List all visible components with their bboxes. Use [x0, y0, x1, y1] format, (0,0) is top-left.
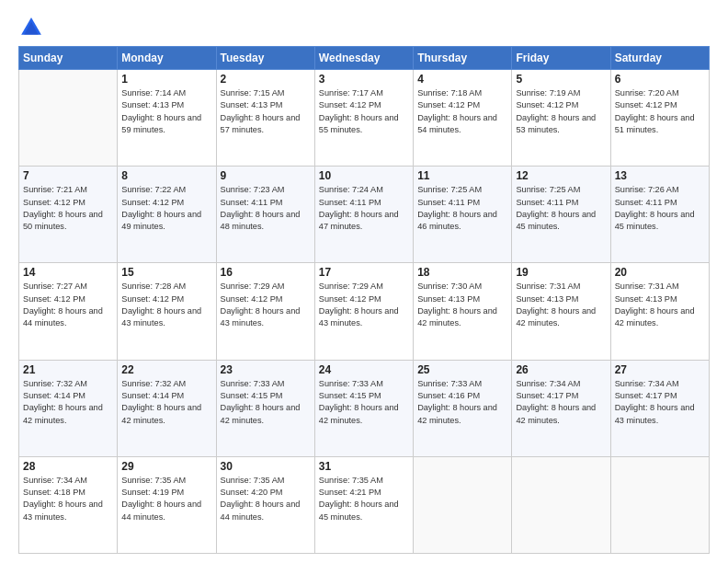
day-cell: 7Sunrise: 7:21 AMSunset: 4:12 PMDaylight…: [19, 167, 118, 263]
day-number: 3: [319, 73, 409, 86]
day-info: Sunrise: 7:23 AMSunset: 4:11 PMDaylight:…: [221, 184, 311, 233]
day-number: 30: [221, 460, 311, 473]
day-cell: [512, 456, 610, 553]
day-number: 9: [221, 169, 311, 182]
day-cell: 4Sunrise: 7:18 AMSunset: 4:12 PMDaylight…: [414, 70, 512, 167]
day-info: Sunrise: 7:35 AMSunset: 4:19 PMDaylight:…: [121, 475, 211, 523]
day-number: 29: [121, 460, 211, 473]
day-number: 24: [319, 363, 409, 376]
day-info: Sunrise: 7:18 AMSunset: 4:12 PMDaylight:…: [417, 87, 507, 136]
day-cell: 27Sunrise: 7:34 AMSunset: 4:17 PMDayligh…: [610, 360, 709, 456]
day-number: 4: [417, 73, 507, 86]
day-info: Sunrise: 7:34 AMSunset: 4:17 PMDaylight:…: [615, 378, 705, 427]
day-number: 5: [516, 73, 606, 86]
day-info: Sunrise: 7:29 AMSunset: 4:12 PMDaylight:…: [221, 281, 311, 329]
day-cell: 30Sunrise: 7:35 AMSunset: 4:20 PMDayligh…: [216, 456, 314, 553]
week-row-3: 14Sunrise: 7:27 AMSunset: 4:12 PMDayligh…: [19, 263, 710, 360]
day-cell: [610, 456, 709, 553]
day-info: Sunrise: 7:25 AMSunset: 4:11 PMDaylight:…: [516, 184, 606, 233]
day-info: Sunrise: 7:19 AMSunset: 4:12 PMDaylight:…: [516, 87, 606, 136]
day-info: Sunrise: 7:14 AMSunset: 4:13 PMDaylight:…: [121, 87, 211, 136]
logo-icon: [18, 15, 44, 40]
week-row-4: 21Sunrise: 7:32 AMSunset: 4:14 PMDayligh…: [19, 360, 710, 456]
day-cell: 14Sunrise: 7:27 AMSunset: 4:12 PMDayligh…: [19, 263, 118, 360]
day-cell: 29Sunrise: 7:35 AMSunset: 4:19 PMDayligh…: [118, 456, 216, 553]
day-cell: 12Sunrise: 7:25 AMSunset: 4:11 PMDayligh…: [512, 167, 610, 263]
day-number: 8: [121, 169, 211, 182]
day-info: Sunrise: 7:32 AMSunset: 4:14 PMDaylight:…: [23, 378, 113, 427]
day-info: Sunrise: 7:33 AMSunset: 4:15 PMDaylight:…: [319, 378, 409, 427]
day-info: Sunrise: 7:33 AMSunset: 4:15 PMDaylight:…: [221, 378, 311, 427]
day-info: Sunrise: 7:24 AMSunset: 4:11 PMDaylight:…: [319, 184, 409, 233]
column-header-sunday: Sunday: [19, 47, 118, 70]
day-number: 18: [417, 266, 507, 279]
day-cell: 8Sunrise: 7:22 AMSunset: 4:12 PMDaylight…: [118, 167, 216, 263]
day-cell: 10Sunrise: 7:24 AMSunset: 4:11 PMDayligh…: [314, 167, 413, 263]
day-number: 21: [23, 363, 113, 376]
day-number: 15: [121, 266, 211, 279]
day-number: 13: [615, 169, 705, 182]
day-cell: [414, 456, 512, 553]
week-row-2: 7Sunrise: 7:21 AMSunset: 4:12 PMDaylight…: [19, 167, 710, 263]
page: SundayMondayTuesdayWednesdayThursdayFrid…: [0, 0, 728, 563]
column-header-saturday: Saturday: [610, 47, 709, 70]
day-number: 27: [615, 363, 705, 376]
day-number: 19: [516, 266, 606, 279]
day-info: Sunrise: 7:35 AMSunset: 4:20 PMDaylight:…: [221, 475, 311, 523]
day-number: 26: [516, 363, 606, 376]
day-cell: 3Sunrise: 7:17 AMSunset: 4:12 PMDaylight…: [314, 70, 413, 167]
day-info: Sunrise: 7:33 AMSunset: 4:16 PMDaylight:…: [417, 378, 507, 427]
day-cell: 31Sunrise: 7:35 AMSunset: 4:21 PMDayligh…: [314, 456, 413, 553]
day-number: 10: [319, 169, 409, 182]
day-number: 28: [23, 460, 113, 473]
day-cell: 5Sunrise: 7:19 AMSunset: 4:12 PMDaylight…: [512, 70, 610, 167]
day-cell: 1Sunrise: 7:14 AMSunset: 4:13 PMDaylight…: [118, 70, 216, 167]
day-info: Sunrise: 7:27 AMSunset: 4:12 PMDaylight:…: [23, 281, 113, 329]
day-cell: 6Sunrise: 7:20 AMSunset: 4:12 PMDaylight…: [610, 70, 709, 167]
column-header-tuesday: Tuesday: [216, 47, 314, 70]
column-header-wednesday: Wednesday: [314, 47, 413, 70]
day-number: 7: [23, 169, 113, 182]
day-info: Sunrise: 7:25 AMSunset: 4:11 PMDaylight:…: [417, 184, 507, 233]
day-cell: 13Sunrise: 7:26 AMSunset: 4:11 PMDayligh…: [610, 167, 709, 263]
header-row: SundayMondayTuesdayWednesdayThursdayFrid…: [19, 47, 710, 70]
day-info: Sunrise: 7:32 AMSunset: 4:14 PMDaylight:…: [121, 378, 211, 427]
day-cell: 18Sunrise: 7:30 AMSunset: 4:13 PMDayligh…: [414, 263, 512, 360]
day-number: 12: [516, 169, 606, 182]
week-row-1: 1Sunrise: 7:14 AMSunset: 4:13 PMDaylight…: [19, 70, 710, 167]
day-cell: 2Sunrise: 7:15 AMSunset: 4:13 PMDaylight…: [216, 70, 314, 167]
day-number: 25: [417, 363, 507, 376]
day-number: 31: [319, 460, 409, 473]
day-info: Sunrise: 7:20 AMSunset: 4:12 PMDaylight:…: [615, 87, 705, 136]
day-number: 23: [221, 363, 311, 376]
day-cell: 24Sunrise: 7:33 AMSunset: 4:15 PMDayligh…: [314, 360, 413, 456]
calendar-table: SundayMondayTuesdayWednesdayThursdayFrid…: [18, 46, 710, 554]
day-info: Sunrise: 7:34 AMSunset: 4:17 PMDaylight:…: [516, 378, 606, 427]
column-header-friday: Friday: [512, 47, 610, 70]
day-number: 6: [615, 73, 705, 86]
day-number: 17: [319, 266, 409, 279]
day-cell: 26Sunrise: 7:34 AMSunset: 4:17 PMDayligh…: [512, 360, 610, 456]
day-cell: 19Sunrise: 7:31 AMSunset: 4:13 PMDayligh…: [512, 263, 610, 360]
day-cell: 15Sunrise: 7:28 AMSunset: 4:12 PMDayligh…: [118, 263, 216, 360]
day-cell: [19, 70, 118, 167]
day-info: Sunrise: 7:34 AMSunset: 4:18 PMDaylight:…: [23, 475, 113, 523]
day-info: Sunrise: 7:17 AMSunset: 4:12 PMDaylight:…: [319, 87, 409, 136]
day-info: Sunrise: 7:31 AMSunset: 4:13 PMDaylight:…: [615, 281, 705, 329]
day-info: Sunrise: 7:35 AMSunset: 4:21 PMDaylight:…: [319, 475, 409, 523]
day-cell: 23Sunrise: 7:33 AMSunset: 4:15 PMDayligh…: [216, 360, 314, 456]
column-header-thursday: Thursday: [414, 47, 512, 70]
day-cell: 28Sunrise: 7:34 AMSunset: 4:18 PMDayligh…: [19, 456, 118, 553]
day-cell: 22Sunrise: 7:32 AMSunset: 4:14 PMDayligh…: [118, 360, 216, 456]
day-info: Sunrise: 7:22 AMSunset: 4:12 PMDaylight:…: [121, 184, 211, 233]
logo: [18, 15, 46, 40]
day-cell: 9Sunrise: 7:23 AMSunset: 4:11 PMDaylight…: [216, 167, 314, 263]
week-row-5: 28Sunrise: 7:34 AMSunset: 4:18 PMDayligh…: [19, 456, 710, 553]
day-number: 1: [121, 73, 211, 86]
day-cell: 16Sunrise: 7:29 AMSunset: 4:12 PMDayligh…: [216, 263, 314, 360]
day-cell: 21Sunrise: 7:32 AMSunset: 4:14 PMDayligh…: [19, 360, 118, 456]
day-number: 11: [417, 169, 507, 182]
day-info: Sunrise: 7:31 AMSunset: 4:13 PMDaylight:…: [516, 281, 606, 329]
day-number: 20: [615, 266, 705, 279]
day-info: Sunrise: 7:30 AMSunset: 4:13 PMDaylight:…: [417, 281, 507, 329]
